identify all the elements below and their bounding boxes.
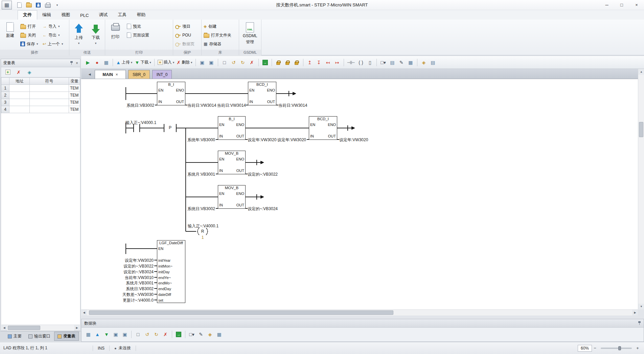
save-button[interactable]: 保存▾	[20, 40, 38, 48]
redo-icon[interactable]: ↻	[239, 58, 247, 67]
var-type-cell[interactable]: TEM	[69, 92, 80, 99]
app-button[interactable]: ▦	[2, 1, 12, 9]
edge-contact-p-label[interactable]: P	[167, 125, 173, 130]
menu-tab-file[interactable]: 文件	[18, 10, 37, 20]
selection-box-icon[interactable]: □	[221, 58, 229, 67]
tab-main[interactable]: MAIN×	[95, 70, 126, 79]
minimize-button[interactable]: ─	[599, 0, 614, 10]
insert-button[interactable]: +插入▾	[157, 58, 175, 67]
cancel-icon[interactable]: ✗	[248, 58, 256, 67]
insert-coil-icon[interactable]: ( )	[357, 58, 365, 67]
zoom-in-button[interactable]: +	[635, 345, 641, 351]
print-icon[interactable]	[44, 2, 51, 8]
scroll-left-button[interactable]: ◀	[81, 310, 87, 315]
close-button[interactable]: ×	[629, 0, 644, 10]
page-setup-button[interactable]: 页面设置	[127, 31, 149, 39]
operand-label[interactable]: 系统年:VB3000	[187, 137, 215, 143]
upload-icon[interactable]: ▲	[93, 330, 101, 338]
lad-block-mov-b-2[interactable]: MOV_B EN ENO IN OUT	[218, 185, 246, 209]
insert-row-above-icon[interactable]: ↥	[306, 58, 314, 67]
unforce-icon[interactable]	[283, 58, 292, 67]
menu-tab-tools[interactable]: 工具	[113, 10, 132, 20]
run-button[interactable]: ▶	[84, 58, 92, 67]
protect-project-button[interactable]: 项目	[175, 22, 190, 30]
menu-tab-edit[interactable]: 编辑	[37, 10, 56, 20]
undo-icon[interactable]: ↺	[230, 58, 238, 67]
operand-label[interactable]: 设定年:VW3020	[277, 137, 306, 143]
save-project-icon[interactable]	[35, 2, 42, 8]
coil-operand-label[interactable]: 输入正~:V4000.1	[188, 223, 218, 229]
bottom-tab-output[interactable]: 输出窗口	[25, 332, 53, 340]
export-button[interactable]: ←导出▾	[43, 31, 60, 39]
new-button[interactable]: 新建	[1, 20, 19, 49]
operand-label[interactable]: 设定年:VW3020	[125, 258, 154, 263]
preview-button[interactable]: 预览	[127, 22, 141, 30]
goto-button[interactable]: →	[175, 330, 183, 338]
insert-row-button[interactable]: +	[4, 68, 12, 76]
scroll-thumb[interactable]	[8, 326, 40, 330]
insert-contact-icon[interactable]: ⊣⊢	[346, 58, 356, 67]
previous-window-icon[interactable]: ▣	[198, 58, 206, 67]
open-project-icon[interactable]	[25, 2, 32, 8]
open-button[interactable]: 打开	[20, 22, 36, 30]
operand-label[interactable]: 当前日:VW3014	[217, 103, 246, 108]
tab-sbr0[interactable]: SBR_0	[128, 70, 150, 79]
zoom-level[interactable]: 60%	[578, 345, 592, 352]
zoom-out-button[interactable]: −	[592, 345, 598, 351]
upload-button[interactable]: 上传 ▾	[70, 20, 88, 49]
lad-block-mov-b-1[interactable]: MOV_B EN ENO IN OUT	[218, 151, 246, 174]
selection-box-icon[interactable]: □	[134, 330, 142, 338]
instruction-grid-icon[interactable]: ▤	[429, 58, 437, 67]
lad-block-lgf-datediff[interactable]: LGF_DateDiff EN initYear initMon~ initDa…	[157, 240, 185, 303]
address-cell[interactable]	[9, 106, 30, 113]
delete-button[interactable]: ✗删除▾	[176, 58, 193, 67]
stop-button[interactable]: ●	[93, 58, 101, 67]
operand-label[interactable]: 系统月:VB3001	[187, 172, 215, 177]
panel-close-icon[interactable]: ×	[76, 61, 78, 66]
symbol-info-table-icon[interactable]: ▤	[388, 58, 396, 67]
scroll-track[interactable]	[87, 310, 632, 315]
pin-icon[interactable]	[638, 321, 641, 325]
addressing-toggle-icon[interactable]: □▾	[188, 330, 196, 338]
insert-row-below-icon[interactable]: ↧	[315, 58, 323, 67]
operand-label[interactable]: 设定的~:VB3024	[248, 206, 278, 212]
ladder-editor-canvas[interactable]: B_I EN ENO IN OUT BCD_I EN ENO IN OUT 系统…	[81, 79, 638, 309]
wizard-icon[interactable]: ◈	[206, 330, 214, 338]
table-row[interactable]: 3 TEM	[1, 99, 80, 106]
import-button[interactable]: →导入▾	[43, 22, 60, 30]
print-button[interactable]: 打印	[107, 20, 124, 49]
scroll-thumb[interactable]	[639, 122, 643, 137]
insert-box-icon[interactable]: ▯	[366, 58, 374, 67]
scroll-right-button[interactable]: ▶	[74, 325, 80, 331]
lad-block-b-i-2[interactable]: B_I EN ENO IN OUT	[218, 116, 246, 140]
previous-button[interactable]: ↩上一个▾	[43, 40, 63, 48]
edit-symbol-icon[interactable]: ✎	[197, 330, 205, 338]
address-cell[interactable]	[9, 99, 30, 106]
scroll-down-button[interactable]: ▼	[638, 304, 644, 309]
protect-pou-button[interactable]: POU	[175, 31, 191, 39]
editor-vertical-scrollbar[interactable]: ▲ ▼	[638, 69, 644, 309]
scroll-thumb[interactable]	[89, 310, 393, 315]
allocate-memory-button[interactable]: ◈	[25, 68, 33, 76]
operand-label[interactable]: 设定的~:VB3022	[248, 172, 278, 177]
next-window-icon[interactable]: ▣	[207, 58, 215, 67]
operand-label[interactable]: 设定年:VW3020	[248, 137, 276, 143]
operand-label[interactable]: 当前日:VW3014	[187, 103, 216, 108]
paste-icon[interactable]: ▣	[121, 330, 129, 338]
memory-button[interactable]: ▦存储器	[204, 40, 221, 48]
symbol-cell[interactable]	[30, 106, 69, 113]
menu-tab-view[interactable]: 视图	[56, 10, 75, 20]
operand-label[interactable]: 当前年:VW3010	[125, 275, 154, 281]
table-view-icon[interactable]: ▦	[407, 58, 415, 67]
wizard-icon[interactable]: ◈	[420, 58, 428, 67]
tab-scroll-left-button[interactable]: ◀	[87, 71, 93, 78]
table-row[interactable]: 2 TEM	[1, 92, 80, 99]
symbol-cell[interactable]	[30, 99, 69, 106]
menu-tab-help[interactable]: 帮助	[132, 10, 151, 20]
tab-int0[interactable]: INT_0	[152, 70, 172, 79]
zoom-slider-thumb[interactable]	[618, 346, 621, 350]
gsdml-manage-button[interactable]: XML GSDML 管理	[241, 20, 259, 49]
compile-button[interactable]: ▦	[102, 58, 110, 67]
table-row[interactable]: 1 TEM	[1, 85, 80, 92]
download-toolbar-button[interactable]: ▼下载▾	[134, 58, 152, 67]
